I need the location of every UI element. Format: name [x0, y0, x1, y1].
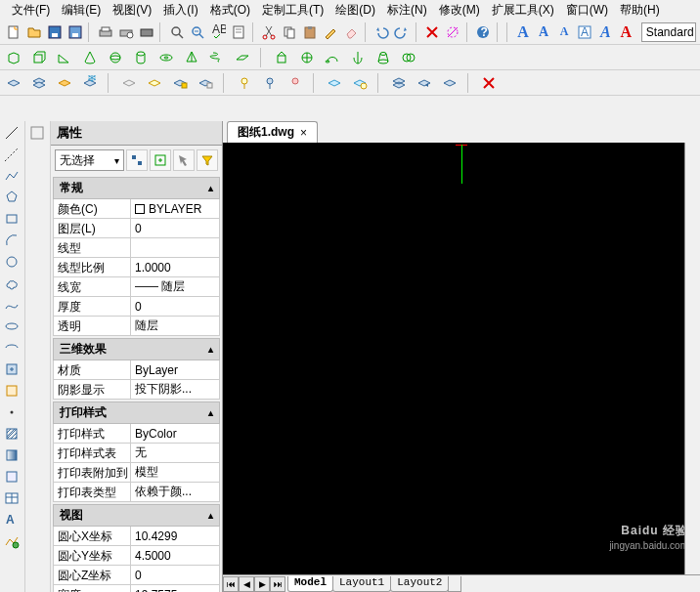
new-file-icon[interactable]: [4, 22, 22, 42]
layout-tab-more[interactable]: [448, 576, 461, 592]
cone-icon[interactable]: [80, 48, 100, 67]
layer-iso-icon[interactable]: [55, 73, 74, 93]
layer-freeze-icon[interactable]: ❄: [80, 73, 100, 93]
property-row[interactable]: 圆心X坐标10.4299: [53, 527, 220, 546]
layer-tool-2-icon[interactable]: [260, 73, 280, 93]
property-value[interactable]: 投下阴影...: [131, 380, 220, 400]
revcloud-icon[interactable]: [2, 274, 22, 293]
zoom-icon[interactable]: [188, 22, 206, 42]
property-row[interactable]: 打印表附加到模型: [53, 463, 220, 483]
pyramid-icon[interactable]: [182, 48, 201, 67]
property-row[interactable]: 透明随层: [53, 317, 220, 336]
layer-vis-2-icon[interactable]: [350, 73, 370, 93]
layer-delete-icon[interactable]: [479, 73, 499, 93]
union-icon[interactable]: [399, 48, 418, 67]
menu-edit[interactable]: 编辑(E): [58, 2, 105, 18]
match-prop-icon[interactable]: [322, 22, 340, 42]
extrude-icon[interactable]: [272, 48, 291, 67]
text-style-a1-icon[interactable]: A: [513, 22, 532, 42]
section-header[interactable]: 常规: [53, 177, 220, 199]
paste-icon[interactable]: [301, 22, 320, 42]
layer-state-1-icon[interactable]: [4, 73, 23, 93]
menu-insert[interactable]: 插入(I): [159, 2, 201, 18]
property-row[interactable]: 圆心Y坐标4.5000: [53, 546, 220, 566]
property-value[interactable]: 随层: [131, 317, 220, 336]
menu-window[interactable]: 窗口(W): [562, 2, 612, 18]
loft-icon[interactable]: [373, 48, 393, 67]
region-icon[interactable]: [2, 467, 22, 486]
redo-icon[interactable]: [393, 22, 412, 42]
insert-block-icon[interactable]: [2, 359, 22, 379]
open-file-icon[interactable]: [24, 22, 43, 42]
spline-icon[interactable]: [2, 295, 22, 315]
text-manager-icon[interactable]: A: [576, 22, 594, 42]
layout-tab-layout2[interactable]: Layout2: [390, 576, 449, 592]
section-header[interactable]: 打印样式: [53, 402, 220, 424]
planar-icon[interactable]: [233, 48, 252, 67]
rectangle-icon[interactable]: [2, 209, 22, 229]
mystery-icon[interactable]: [27, 123, 47, 143]
property-value[interactable]: 0: [131, 566, 220, 585]
script-icon[interactable]: [229, 22, 247, 42]
property-row[interactable]: 打印样式表无: [53, 444, 220, 463]
text-style-a2-icon[interactable]: A: [534, 22, 552, 42]
table-icon[interactable]: [2, 488, 22, 508]
menu-format[interactable]: 格式(O): [206, 2, 254, 18]
property-row[interactable]: 材质ByLayer: [53, 360, 220, 380]
layer-state-2-icon[interactable]: [29, 73, 49, 93]
property-row[interactable]: 打印表类型依赖于颜...: [53, 483, 220, 502]
construction-line-icon[interactable]: [2, 145, 22, 164]
property-value[interactable]: 10.4299: [131, 527, 220, 546]
presspull-icon[interactable]: [297, 48, 317, 67]
delete-icon[interactable]: [423, 22, 442, 42]
box-icon[interactable]: [29, 48, 49, 67]
property-row[interactable]: 打印样式ByColor: [53, 424, 220, 444]
layout-tab-model[interactable]: Model: [287, 576, 333, 592]
menu-modify[interactable]: 修改(M): [435, 2, 484, 18]
property-value[interactable]: 19.7575: [131, 585, 220, 592]
line-icon[interactable]: [2, 123, 22, 143]
cut-icon[interactable]: [259, 22, 278, 42]
property-row[interactable]: 线宽—— 随层: [53, 277, 220, 297]
property-value[interactable]: 依赖于颜...: [131, 483, 220, 502]
property-row[interactable]: 宽度19.7575: [53, 585, 220, 592]
section-header[interactable]: 视图: [53, 504, 220, 527]
save-as-icon[interactable]: [66, 22, 84, 42]
property-value[interactable]: [131, 238, 220, 258]
property-value[interactable]: 模型: [131, 463, 220, 483]
ellipse-icon[interactable]: [2, 317, 22, 336]
property-row[interactable]: 厚度0: [53, 297, 220, 317]
viewport[interactable]: Baidu 经验 jingyan.baidu.com: [223, 143, 700, 574]
property-row[interactable]: 阴影显示投下阴影...: [53, 380, 220, 400]
gradient-icon[interactable]: [2, 445, 22, 465]
wedge-icon[interactable]: [55, 48, 74, 67]
layer-walk-icon[interactable]: [440, 73, 459, 93]
addselected-icon[interactable]: [2, 531, 22, 551]
menu-draw[interactable]: 绘图(D): [331, 2, 379, 18]
sphere-icon[interactable]: [106, 48, 125, 67]
properties-scroll[interactable]: 常规颜色(C)BYLAYER图层(L)0线型线型比例1.0000线宽—— 随层厚…: [51, 175, 222, 592]
text-style-a3-icon[interactable]: A: [555, 22, 574, 42]
sweep-icon[interactable]: [323, 48, 342, 67]
layer-off-icon[interactable]: [119, 73, 139, 93]
layer-unlock-icon[interactable]: [196, 73, 215, 93]
selection-combo[interactable]: 无选择: [55, 149, 124, 171]
close-icon[interactable]: ×: [300, 126, 307, 140]
quick-select-icon[interactable]: [150, 149, 171, 171]
layer-lock-icon[interactable]: [170, 73, 190, 93]
helix-icon[interactable]: [207, 48, 227, 67]
highlight-off-icon[interactable]: [444, 22, 462, 42]
property-value[interactable]: ByColor: [131, 424, 220, 444]
arc-icon[interactable]: [2, 231, 22, 250]
document-tab[interactable]: 图纸1.dwg ×: [227, 121, 318, 143]
cylinder-icon[interactable]: [131, 48, 151, 67]
plot-icon[interactable]: [96, 22, 114, 42]
section-header[interactable]: 三维效果: [53, 338, 220, 360]
plot-preview-icon[interactable]: [116, 22, 135, 42]
polyline-icon[interactable]: [2, 166, 22, 186]
print-icon[interactable]: [137, 22, 155, 42]
property-value[interactable]: 0: [131, 219, 220, 238]
property-row[interactable]: 颜色(C)BYLAYER: [53, 199, 220, 219]
property-row[interactable]: 圆心Z坐标0: [53, 566, 220, 585]
revolve-icon[interactable]: [348, 48, 368, 67]
